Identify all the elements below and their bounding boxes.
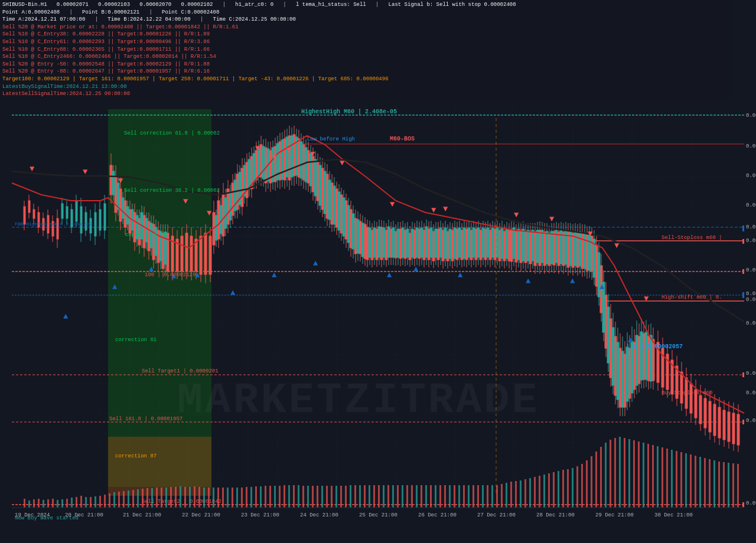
svg-rect-677 [406,485,408,508]
latest-buy-signal: LatestBuySignalTime:2024.12.21 13:00:00 [2,84,127,90]
svg-rect-622 [146,488,148,508]
svg-text:19 Dec 2024: 19 Dec 2024 [15,512,50,518]
svg-rect-629 [180,486,181,508]
svg-rect-596 [24,499,25,508]
svg-text:▼: ▼ [272,152,277,162]
svg-rect-616 [118,492,120,508]
svg-rect-693 [482,485,484,508]
svg-text:▼: ▼ [431,205,436,215]
svg-text:▲: ▲ [230,288,236,297]
svg-rect-632 [194,486,195,508]
svg-rect-613 [104,495,106,508]
svg-rect-669 [369,485,370,508]
svg-rect-722 [619,437,621,508]
svg-text:23 Dec 21:00: 23 Dec 21:00 [241,512,279,518]
svg-rect-731 [662,447,663,508]
sell-20-1: Sell %20 @ Market price or at: 0.0000240… [2,24,239,30]
chart-container: SHIBUSD-Bin.H1 0.00002071 0.00002103 0.0… [0,0,756,543]
svg-rect-740 [704,458,706,508]
svg-rect-646 [260,486,262,508]
svg-rect-697 [501,484,503,508]
sell-161-label: Sell 161.8 | 0.00001957 [109,416,183,422]
svg-rect-703 [529,478,531,508]
svg-text:▼: ▼ [443,204,448,214]
svg-rect-696 [496,485,498,508]
svg-rect-687 [454,485,455,508]
svg-rect-661 [331,486,333,508]
svg-rect-776 [742,292,744,298]
svg-rect-627 [170,487,172,508]
svg-rect-735 [680,452,682,508]
svg-rect-702 [524,479,526,508]
price1: 0.00002071 [57,2,89,8]
svg-rect-651 [284,485,285,508]
svg-rect-654 [298,485,299,508]
svg-rect-645 [255,486,257,508]
svg-rect-638 [222,488,224,508]
svg-rect-736 [685,453,687,508]
svg-text:▲: ▲ [413,264,419,274]
svg-rect-37 [108,437,211,496]
svg-rect-600 [43,500,44,508]
last-signal: Last Signal b: Sell with stop 0.00002408 [389,2,516,8]
correction-38-label: correction 38 [125,232,167,238]
svg-text:0.000: 0.000 [746,320,756,326]
svg-rect-684 [439,485,441,508]
svg-rect-665 [350,485,351,508]
svg-rect-690 [468,485,470,508]
svg-rect-741 [709,459,711,508]
svg-text:▼: ▼ [390,199,395,209]
sell-20-3: Sell %20 @ Entry -88: 0.00002647 || Targ… [2,68,210,74]
svg-rect-625 [161,488,162,508]
svg-rect-729 [652,445,654,508]
svg-text:0.000: 0.000 [746,418,756,424]
svg-rect-739 [699,457,701,508]
svg-text:▼: ▼ [118,176,123,185]
targets: Target100: 0.00002129 | Target 161: 0.00… [2,76,389,82]
svg-rect-691 [472,485,474,508]
svg-rect-714 [581,464,583,508]
buy-stoploss-label: Buy-Stoploss m60 [662,390,712,396]
svg-rect-715 [586,460,588,508]
svg-rect-637 [217,488,219,508]
svg-text:▼: ▼ [614,241,620,250]
svg-rect-609 [85,497,87,508]
price2: 0.00002103 [98,2,130,8]
svg-rect-623 [151,488,153,508]
svg-rect-664 [345,486,347,508]
svg-rect-604 [61,499,63,508]
m60-bos-label: M60-BOS [390,136,415,142]
svg-rect-662 [335,486,337,508]
svg-rect-689 [463,485,465,508]
svg-rect-682 [430,485,432,508]
svg-rect-605 [66,499,68,508]
svg-rect-636 [213,488,214,508]
svg-rect-611 [94,496,96,508]
sell-10-2: Sell %10 @ C_Entry61: 0.00002293 || Targ… [2,39,210,45]
svg-rect-660 [326,486,328,508]
sell-target1-label: Sell Target1 | 0.0000201 [142,368,219,374]
svg-rect-619 [132,490,134,508]
svg-rect-647 [265,486,266,508]
svg-rect-719 [605,443,607,508]
svg-text:▲: ▲ [272,270,277,280]
svg-rect-656 [307,486,309,508]
svg-rect-640 [232,488,233,508]
y-axis-labels: 0.000 0.000 0.000 0.000 0.000 0.000 0.00… [746,113,756,506]
svg-rect-743 [718,462,720,508]
svg-rect-663 [340,486,342,508]
svg-rect-720 [610,440,611,508]
svg-text:30 Dec 21:00: 30 Dec 21:00 [654,512,693,518]
svg-rect-649 [274,486,276,508]
svg-rect-734 [676,451,677,508]
svg-rect-617 [123,491,125,508]
svg-rect-602 [52,499,54,508]
highest-high-label: HighestHigh M60 | 2.408e-05 [301,109,397,115]
svg-rect-747 [737,464,739,508]
svg-rect-704 [534,477,536,508]
svg-rect-631 [189,487,191,508]
svg-rect-701 [520,480,522,508]
svg-text:▲: ▲ [599,282,605,292]
svg-rect-668 [364,485,366,508]
svg-rect-670 [373,485,375,508]
